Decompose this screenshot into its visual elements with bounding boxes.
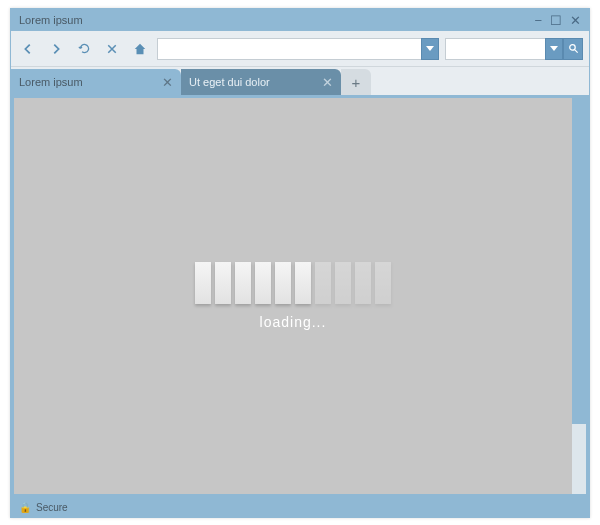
arrow-right-icon <box>49 42 63 56</box>
loader-bar <box>355 262 371 304</box>
search-group <box>445 38 583 60</box>
refresh-icon <box>78 42 91 55</box>
tab-close-icon[interactable]: ✕ <box>162 75 173 90</box>
home-button[interactable] <box>129 38 151 60</box>
lock-icon: 🔒 <box>19 502 31 513</box>
titlebar: Lorem ipsum − ☐ ✕ <box>11 9 589 31</box>
search-input[interactable] <box>445 38 545 60</box>
minimize-icon[interactable]: − <box>534 14 542 27</box>
viewport: loading... <box>14 98 572 494</box>
scroll-thumb[interactable] <box>572 424 586 494</box>
url-dropdown-button[interactable] <box>421 38 439 60</box>
plus-icon: + <box>352 74 361 91</box>
window-controls: − ☐ ✕ <box>534 14 581 27</box>
url-bar <box>157 38 439 60</box>
loader-bar <box>215 262 231 304</box>
refresh-button[interactable] <box>73 38 95 60</box>
svg-line-1 <box>574 50 577 53</box>
toolbar <box>11 31 589 67</box>
chevron-down-icon <box>426 46 434 51</box>
browser-window: Lorem ipsum − ☐ ✕ <box>10 8 590 518</box>
tabbar: Lorem ipsum ✕ Ut eget dui dolor ✕ + <box>11 67 589 95</box>
scroll-track <box>572 98 586 424</box>
tab-label: Ut eget dui dolor <box>189 76 312 88</box>
loader-bar <box>335 262 351 304</box>
loading-text: loading... <box>260 314 327 330</box>
tab-close-icon[interactable]: ✕ <box>322 75 333 90</box>
window-title: Lorem ipsum <box>19 14 534 26</box>
search-button[interactable] <box>563 38 583 60</box>
loader-bar <box>315 262 331 304</box>
back-button[interactable] <box>17 38 39 60</box>
content-wrap: loading... <box>11 95 589 497</box>
maximize-icon[interactable]: ☐ <box>550 14 562 27</box>
new-tab-button[interactable]: + <box>341 69 371 95</box>
arrow-left-icon <box>21 42 35 56</box>
home-icon <box>133 42 147 56</box>
loader-bar <box>295 262 311 304</box>
search-icon <box>568 43 579 54</box>
stop-button[interactable] <box>101 38 123 60</box>
loader-bar <box>235 262 251 304</box>
tab-inactive[interactable]: Ut eget dui dolor ✕ <box>181 69 341 95</box>
close-icon <box>106 43 118 55</box>
tab-active[interactable]: Lorem ipsum ✕ <box>11 69 181 95</box>
loader-bar <box>255 262 271 304</box>
chevron-down-icon <box>550 46 558 51</box>
statusbar: 🔒 Secure <box>11 497 589 517</box>
tab-label: Lorem ipsum <box>19 76 152 88</box>
search-dropdown-button[interactable] <box>545 38 563 60</box>
scrollbar[interactable] <box>572 98 586 494</box>
loading-animation <box>195 262 391 304</box>
loader-bar <box>275 262 291 304</box>
forward-button[interactable] <box>45 38 67 60</box>
close-window-icon[interactable]: ✕ <box>570 14 581 27</box>
svg-point-0 <box>569 45 575 51</box>
loader-bar <box>195 262 211 304</box>
secure-label: Secure <box>36 502 68 513</box>
url-input[interactable] <box>157 38 421 60</box>
loader-bar <box>375 262 391 304</box>
